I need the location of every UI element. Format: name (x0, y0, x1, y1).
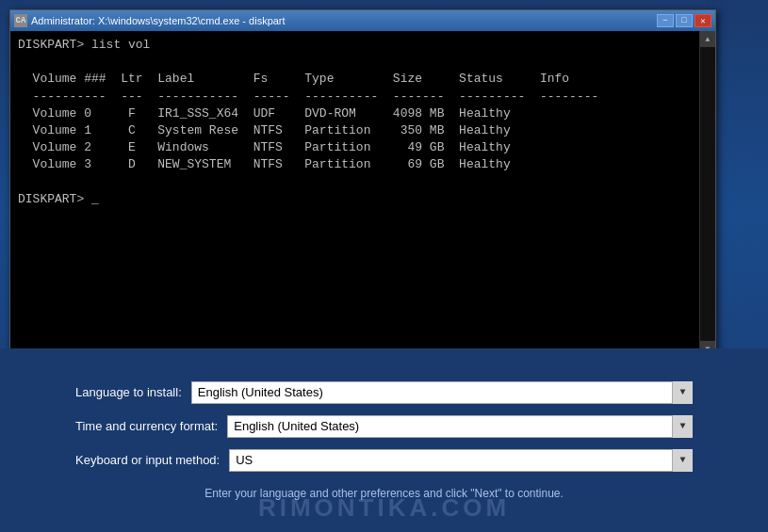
language-select-wrapper: English (United States) ▼ (191, 381, 693, 404)
language-row: Language to install: English (United Sta… (75, 381, 693, 404)
cmd-controls: − □ ✕ (657, 14, 711, 27)
close-button[interactable]: ✕ (694, 14, 711, 27)
setup-panel: Language to install: English (United Sta… (0, 348, 768, 532)
keyboard-select-wrapper: US ▼ (229, 449, 693, 472)
keyboard-select[interactable]: US (229, 449, 693, 472)
time-select-wrapper: English (United States) ▼ (227, 415, 693, 438)
cmd-title-left: CA Administrator: X:\windows\system32\cm… (14, 14, 286, 27)
cmd-window: CA Administrator: X:\windows\system32\cm… (9, 9, 716, 358)
keyboard-label: Keyboard or input method: (75, 453, 220, 467)
language-select[interactable]: English (United States) (191, 381, 693, 404)
terminal-output: DISKPART> list vol Volume ### Ltr Label … (10, 31, 699, 357)
cmd-app-icon: CA (14, 14, 27, 27)
cmd-titlebar: CA Administrator: X:\windows\system32\cm… (10, 10, 715, 31)
scrollbar-track[interactable] (700, 47, 715, 341)
setup-footer-text: Enter your language and other preference… (204, 487, 564, 500)
cmd-body: DISKPART> list vol Volume ### Ltr Label … (10, 31, 715, 357)
keyboard-row: Keyboard or input method: US ▼ (75, 449, 693, 472)
scrollbar-up-button[interactable]: ▲ (700, 31, 716, 47)
maximize-button[interactable]: □ (676, 14, 693, 27)
cmd-title-text: Administrator: X:\windows\system32\cmd.e… (31, 15, 286, 26)
time-row: Time and currency format: English (Unite… (75, 415, 693, 438)
cmd-scrollbar: ▲ ▼ (699, 31, 715, 357)
minimize-button[interactable]: − (657, 14, 674, 27)
time-select[interactable]: English (United States) (227, 415, 693, 438)
language-label: Language to install: (75, 385, 182, 399)
time-label: Time and currency format: (75, 419, 218, 433)
